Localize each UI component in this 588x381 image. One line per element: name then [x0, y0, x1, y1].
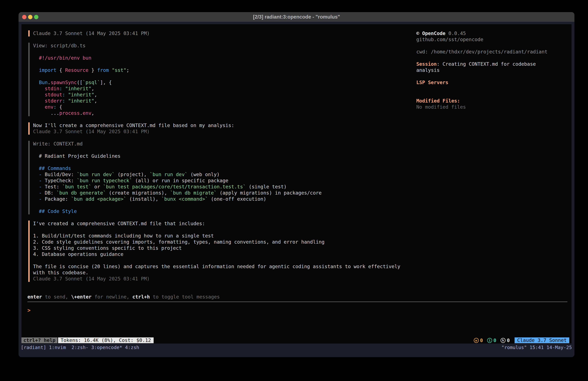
text-line: No modified files [416, 104, 570, 110]
text-line [33, 202, 415, 208]
text-line [33, 73, 415, 79]
text-line: 4. Database operations guidance [33, 251, 415, 257]
model-timestamp: Claude 3.7 Sonnet (14 May 2025 03:41 PM) [33, 30, 415, 37]
tmux-window-list[interactable]: [radiant] 1:nvim 2:zsh- 3:opencode* 4:zs… [21, 344, 139, 350]
text-line [33, 147, 415, 153]
text-line: stdin: "inherit", [33, 86, 415, 92]
text-line: LSP Servers [416, 79, 570, 86]
text-line: Write: CONTEXT.md [33, 141, 415, 147]
text-line: - Package: `bun add <package>` (install)… [33, 196, 415, 202]
text-line: Session: Creating CONTEXT.md for codebas… [416, 61, 570, 67]
window-titlebar: [2/3] radiant:3:opencode - "romulus" [19, 12, 574, 22]
text-line: ## Code Style [33, 208, 415, 214]
sidebar-info: © OpenCode 0.0.45github.com/sst/opencode… [416, 30, 570, 110]
text-line [416, 86, 570, 92]
text-line: # Radiant Project Guidelines [33, 153, 415, 159]
write-tool-block: Write: CONTEXT.md # Radiant Project Guid… [28, 141, 415, 214]
close-window-button[interactable] [22, 15, 26, 19]
text-line: I've created a comprehensive CONTEXT.md … [33, 221, 415, 227]
write-tool-content: Write: CONTEXT.md # Radiant Project Guid… [33, 141, 415, 214]
prompt-input[interactable] [30, 306, 127, 312]
text-line: Claude 3.7 Sonnet (14 May 2025 03:41 PM) [33, 129, 415, 135]
text-line: with this codebase. [33, 269, 415, 276]
text-line: 2. Code style guidelines covering import… [33, 239, 415, 245]
text-line [33, 61, 415, 67]
assistant-summary-text: I've created a comprehensive CONTEXT.md … [33, 221, 415, 282]
text-line [416, 43, 570, 49]
text-line: - TypeCheck: `bun run typecheck` (all) o… [33, 178, 415, 184]
text-line: - Test: `bun test` or `bun test packages… [33, 184, 415, 190]
assistant-message-text: Now I'll create a comprehensive CONTEXT.… [33, 122, 415, 135]
text-line: env: { [33, 104, 415, 110]
text-line: The file is concise (20 lines) and captu… [33, 264, 415, 269]
assistant-summary-block: I've created a comprehensive CONTEXT.md … [28, 221, 415, 282]
hint-icon: h [501, 338, 505, 343]
info-count: 0 [493, 337, 496, 343]
warning-counter: w0 [474, 337, 483, 343]
sidebar: © OpenCode 0.0.45github.com/sst/opencode… [416, 30, 570, 110]
text-line [416, 92, 570, 98]
terminal-window: [2/3] radiant:3:opencode - "romulus" Cla… [19, 12, 574, 357]
text-line [33, 159, 415, 165]
text-line: github.com/sst/opencode [416, 37, 570, 43]
window-title: [2/3] radiant:3:opencode - "romulus" [19, 14, 574, 20]
text-line: © OpenCode 0.0.45 [416, 30, 570, 37]
assistant-message-block: Now I'll create a comprehensive CONTEXT.… [28, 122, 415, 135]
text-line: import { Resource } from "sst"; [33, 67, 415, 73]
text-line: #!/usr/bin/env bun [33, 55, 415, 61]
text-line: Claude 3.7 Sonnet (14 May 2025 03:41 PM) [33, 30, 415, 37]
terminal-screen: Claude 3.7 Sonnet (14 May 2025 03:41 PM)… [21, 24, 571, 344]
text-line: Now I'll create a comprehensive CONTEXT.… [33, 122, 415, 129]
text-line: cwd: /home/thdxr/dev/projects/radiant/ra… [416, 49, 570, 55]
text-line: 3. CSS styling conventions specific to t… [33, 245, 415, 251]
text-line: analysis [416, 67, 570, 73]
maximize-window-button[interactable] [34, 15, 38, 19]
text-line: ## Commands [33, 165, 415, 171]
text-line [416, 55, 570, 61]
input-divider [27, 302, 567, 302]
keybinding-hints: enter to send, \+enter for newline, ctrl… [27, 294, 568, 300]
text-line: Bun.spawnSync([`psql`], { [33, 79, 415, 86]
text-line: 1. Build/lint/test commands including ho… [33, 233, 415, 239]
view-tool-code: View: script/db.ts #!/usr/bin/env bun im… [33, 43, 415, 116]
text-line: stderr: "inherit", [33, 98, 415, 104]
hint-count: 0 [507, 337, 510, 343]
text-line: Modified Files: [416, 98, 570, 104]
info-counter: i0 [487, 337, 496, 343]
text-line [33, 257, 415, 264]
text-line: stdout: "inherit", [33, 92, 415, 98]
tokens-cost-badge: Tokens: 16.4K (8%), Cost: $0.12 [58, 337, 154, 343]
opencode-statusbar: ctrl+? help Tokens: 16.4K (8%), Cost: $0… [21, 337, 571, 343]
conversation: Claude 3.7 Sonnet (14 May 2025 03:41 PM)… [25, 30, 415, 282]
text-line [33, 49, 415, 55]
prompt-caret: > [27, 307, 30, 313]
tmux-statusbar: [radiant] 1:nvim 2:zsh- 3:opencode* 4:zs… [19, 344, 574, 357]
prompt-line: > [27, 306, 568, 312]
text-line: - DB: `bun db generate` (create migratio… [33, 190, 415, 196]
help-badge[interactable]: ctrl+? help [21, 337, 58, 343]
text-line [33, 227, 415, 233]
text-line: - Build/Dev: `bun run dev` (project), `b… [33, 171, 415, 178]
warning-count: 0 [480, 337, 483, 343]
text-line [416, 73, 570, 79]
info-icon: i [487, 338, 492, 343]
model-badge[interactable]: Claude 3.7 Sonnet [515, 337, 569, 343]
text-line: ...process.env, [33, 110, 415, 116]
hint-counter: h0 [501, 337, 510, 343]
assistant-message-header-block: Claude 3.7 Sonnet (14 May 2025 03:41 PM) [28, 30, 415, 37]
text-line: View: script/db.ts [33, 43, 415, 49]
text-line: Claude 3.7 Sonnet (14 May 2025 03:41 PM) [33, 276, 415, 282]
window-controls [22, 12, 38, 22]
warning-icon: w [474, 338, 479, 343]
view-tool-block: View: script/db.ts #!/usr/bin/env bun im… [28, 43, 415, 116]
minimize-window-button[interactable] [28, 15, 32, 19]
tmux-session-info: "romulus" 15:41 14-May-25 [502, 344, 572, 350]
